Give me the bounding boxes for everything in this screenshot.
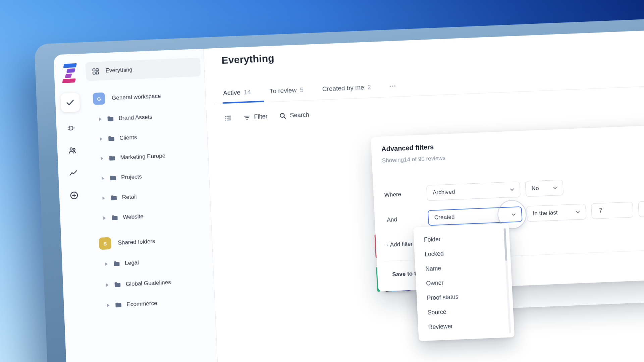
chevron-down-icon <box>509 186 515 193</box>
folder-label: Ecommerce <box>126 300 157 308</box>
dropdown-option-reviewer[interactable]: Reviewer <box>428 323 453 331</box>
tab-bar: Active 14 To review 5 Created by me 2 ··… <box>223 82 396 97</box>
filter-icon <box>243 114 251 121</box>
amount-input[interactable]: 7 <box>591 202 634 219</box>
search-icon <box>279 112 287 120</box>
folder-label: Legal <box>125 259 139 267</box>
folder-icon <box>109 175 117 181</box>
folder-icon <box>113 260 120 267</box>
sidebar: Everything G General workspace Brand Ass… <box>53 49 227 362</box>
plus-circle-icon <box>69 190 79 200</box>
dropdown-option-name[interactable]: Name <box>425 265 441 273</box>
sidebar-item-shared-folders[interactable]: S Shared folders <box>93 230 209 254</box>
operator-select[interactable]: In the last <box>526 204 586 222</box>
rail-item-reviews[interactable] <box>60 93 80 112</box>
caret-right-icon[interactable] <box>107 304 109 307</box>
sidebar-folder-global-guidelines[interactable]: Global Guidelines <box>94 273 210 294</box>
tab-created-by-me[interactable]: Created by me 2 <box>322 83 371 93</box>
caret-right-icon[interactable] <box>106 283 108 287</box>
search-button[interactable]: Search <box>279 111 309 120</box>
tab-to-review[interactable]: To review 5 <box>269 86 304 95</box>
main-content: Everything Active 14 To review 5 Created… <box>204 24 644 362</box>
sidebar-folder-clients[interactable]: Clients <box>88 126 204 148</box>
dropdown-option-proof-status[interactable]: Proof status <box>427 293 459 302</box>
app-window: Everything G General workspace Brand Ass… <box>53 24 644 362</box>
desktop-background: Everything G General workspace Brand Ass… <box>0 0 644 362</box>
folder-icon <box>115 302 122 308</box>
list-toolbar: Filter Search <box>224 111 309 122</box>
folder-label: Website <box>123 213 144 221</box>
tab-active[interactable]: Active 14 <box>223 88 251 97</box>
people-icon <box>67 145 77 155</box>
sidebar-item-everything[interactable]: Everything <box>85 58 201 81</box>
folder-label: Brand Assets <box>118 114 152 122</box>
tab-label: Active <box>223 89 241 97</box>
unit-select-days[interactable]: Days <box>638 199 644 217</box>
chevron-down-icon <box>575 209 581 215</box>
sidebar-menu: Everything G General workspace Brand Ass… <box>83 49 227 362</box>
dropdown-option-folder[interactable]: Folder <box>424 236 441 243</box>
dropdown-option-owner[interactable]: Owner <box>426 279 444 287</box>
select-value: Archived <box>433 188 455 196</box>
list-view-icon <box>224 114 232 122</box>
active-tab-underline <box>222 101 264 104</box>
caret-right-icon[interactable] <box>100 137 102 140</box>
sidebar-folder-marketing-europe[interactable]: Marketing Europe <box>89 146 205 167</box>
rail-item-integrations[interactable] <box>61 118 81 138</box>
tab-count: 5 <box>300 86 304 94</box>
tab-more[interactable]: ··· <box>389 82 396 90</box>
more-dots-icon: ··· <box>389 82 396 90</box>
trend-icon <box>68 168 78 178</box>
view-mode-button[interactable] <box>224 114 232 122</box>
ziflow-logo-icon[interactable] <box>61 63 78 83</box>
folder-label: Retail <box>122 193 137 201</box>
filter-label: Filter <box>254 113 268 121</box>
dropdown-option-locked[interactable]: Locked <box>425 250 444 258</box>
search-label: Search <box>290 111 309 119</box>
value-select-no[interactable]: No <box>525 180 564 197</box>
sidebar-folder-ecommerce[interactable]: Ecommerce <box>95 293 211 314</box>
workspace-label: General workspace <box>112 93 161 102</box>
folder-label: Marketing Europe <box>120 153 165 161</box>
field-select-archived[interactable]: Archived <box>426 181 521 201</box>
conjunction-label: And <box>387 216 397 223</box>
sidebar-folder-legal[interactable]: Legal <box>94 251 210 273</box>
device-frame: Everything G General workspace Brand Ass… <box>34 13 644 362</box>
tab-count: 14 <box>244 88 251 96</box>
caret-right-icon[interactable] <box>103 217 106 220</box>
select-value: In the last <box>533 209 558 217</box>
add-filter-button[interactable]: + Add filter <box>385 241 413 249</box>
select-value: No <box>531 185 539 192</box>
rail-item-add[interactable] <box>64 186 84 205</box>
conjunction-label: Where <box>384 191 401 198</box>
folder-label: Clients <box>119 134 137 141</box>
sidebar-item-label: Everything <box>105 66 132 74</box>
workspace-avatar: S <box>99 237 112 250</box>
caret-right-icon[interactable] <box>102 177 104 180</box>
folder-icon <box>114 282 121 288</box>
rail-item-team[interactable] <box>62 140 82 160</box>
rail-item-activity[interactable] <box>63 163 83 183</box>
panel-subtitle: Showing14 of 90 reviews <box>382 155 445 164</box>
caret-right-icon[interactable] <box>99 117 101 121</box>
workspace-avatar: G <box>93 93 105 105</box>
caret-right-icon[interactable] <box>105 262 108 266</box>
folder-icon <box>108 135 115 142</box>
field-dropdown-menu: Folder Locked Name Owner Proof status So… <box>413 224 515 341</box>
dropdown-scrollbar-thumb[interactable] <box>503 228 507 261</box>
folder-icon <box>107 116 114 122</box>
sidebar-item-general-workspace[interactable]: G General workspace <box>87 85 202 109</box>
page-title: Everything <box>221 53 274 66</box>
caret-right-icon[interactable] <box>101 157 103 160</box>
dropdown-option-source[interactable]: Source <box>427 308 446 316</box>
grid-icon <box>92 67 100 75</box>
sidebar-folder-website[interactable]: Website <box>92 205 207 227</box>
folder-icon <box>110 195 117 201</box>
filter-button[interactable]: Filter <box>243 113 268 121</box>
tab-label: Created by me <box>322 84 364 93</box>
sidebar-folder-retail[interactable]: Retail <box>91 186 207 207</box>
sidebar-folder-brand-assets[interactable]: Brand Assets <box>88 107 203 128</box>
panel-title: Advanced filters <box>381 143 434 153</box>
sidebar-folder-projects[interactable]: Projects <box>90 166 206 187</box>
caret-right-icon[interactable] <box>102 196 105 200</box>
